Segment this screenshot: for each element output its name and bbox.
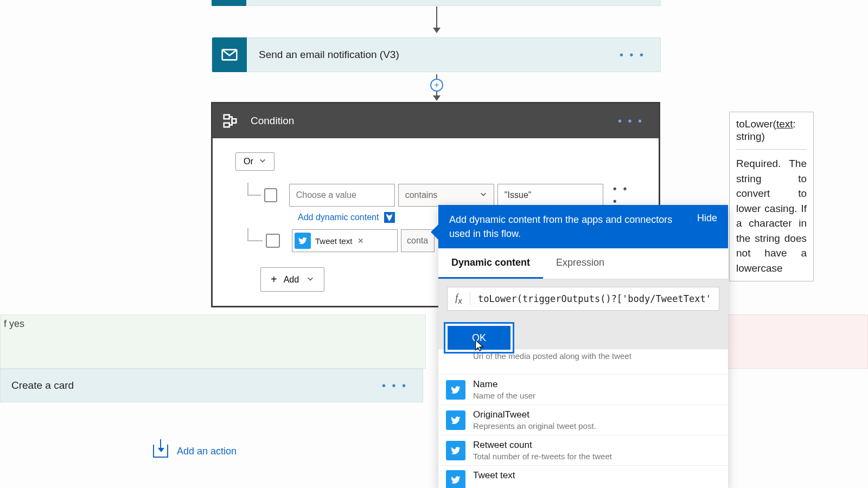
dynamic-items-list[interactable]: Url of the media posted along with the t…	[438, 349, 728, 488]
email-step-title: Send an email notification (V3)	[259, 49, 620, 61]
connector-arrow	[436, 7, 437, 33]
fx-icon: fx	[448, 292, 470, 305]
hide-button[interactable]: Hide	[697, 213, 717, 224]
insert-step-button[interactable]: +	[430, 79, 443, 92]
email-step-menu[interactable]: • • •	[620, 49, 645, 61]
lightning-icon: ⮟	[384, 212, 395, 223]
expression-input[interactable]: fx toLower(triggerOutputs()?['body/Tweet…	[447, 287, 719, 311]
twitter-icon	[446, 470, 465, 488]
row-checkbox[interactable]	[266, 234, 280, 248]
remove-token-button[interactable]: ✕	[358, 236, 364, 245]
operator-label-partial: conta	[407, 236, 428, 246]
add-condition-button[interactable]: + Add	[260, 267, 324, 292]
tooltip-description: Required. The string to convert to lower…	[736, 156, 807, 275]
email-step-card[interactable]: Send an email notification (V3) • • •	[212, 37, 661, 72]
add-action-icon	[153, 445, 168, 458]
tab-dynamic-content[interactable]: Dynamic content	[438, 248, 543, 279]
list-item[interactable]: Name Name of the user	[438, 375, 728, 405]
create-card-menu[interactable]: • • •	[382, 380, 407, 392]
tooltip-signature: toLower(text: string)	[736, 118, 807, 150]
expression-text: toLower(triggerOutputs()?['body/TweetTex…	[470, 293, 719, 304]
choose-value-input[interactable]	[289, 184, 395, 207]
if-yes-label: f yes	[4, 318, 24, 330]
condition-header[interactable]: Condition • • •	[213, 104, 659, 138]
tree-branch-line	[247, 195, 261, 196]
list-item[interactable]: Retweet count Total number of re-tweets …	[438, 435, 728, 466]
svg-rect-2	[224, 123, 229, 127]
function-tooltip: toLower(text: string) Required. The stri…	[729, 112, 814, 281]
operator-label: contains	[405, 190, 438, 200]
tab-expression[interactable]: Expression	[543, 248, 617, 279]
add-button-label: Add	[284, 275, 299, 285]
row-checkbox[interactable]	[264, 188, 277, 202]
ok-button[interactable]: OK	[448, 326, 510, 350]
add-action-label: Add an action	[177, 446, 237, 457]
list-item[interactable]: Tweet text	[438, 466, 728, 488]
panel-header: Add dynamic content from the apps and co…	[438, 205, 728, 248]
item-desc: Total number of re-tweets for the tweet	[473, 452, 612, 461]
twitter-icon	[446, 441, 465, 460]
create-card-title: Create a card	[11, 380, 382, 391]
panel-tabs: Dynamic content Expression	[438, 248, 728, 279]
previous-step-icon-block	[212, 0, 246, 6]
item-title: OriginalTweet	[473, 409, 596, 420]
flow-canvas: Send an email notification (V3) • • • + …	[0, 0, 868, 488]
group-operator-label: Or	[244, 157, 253, 166]
item-desc: Represents an original tweet post.	[473, 421, 596, 431]
tweet-text-token[interactable]: Tweet text ✕	[295, 233, 364, 249]
tree-branch-line	[247, 240, 263, 241]
previous-step-card[interactable]	[212, 0, 661, 6]
plus-icon: +	[271, 273, 277, 286]
svg-rect-1	[224, 115, 229, 119]
if-yes-branch: f yes	[0, 314, 426, 369]
item-title: Name	[473, 379, 535, 390]
ok-button-highlight: OK	[444, 322, 514, 354]
sig-arg: text	[776, 118, 793, 130]
item-title: Tweet text	[473, 470, 515, 481]
add-dynamic-content-label: Add dynamic content	[298, 213, 379, 222]
mail-icon	[212, 37, 247, 72]
item-desc: Name of the user	[473, 391, 535, 400]
compare-value-input[interactable]	[497, 184, 603, 207]
item-title: Retweet count	[473, 440, 612, 451]
row-menu[interactable]: • • •	[613, 183, 636, 208]
add-dynamic-content-link[interactable]: Add dynamic content ⮟	[298, 212, 395, 223]
condition-menu[interactable]: • • •	[618, 115, 643, 127]
sig-pre: toLower(	[736, 118, 776, 130]
twitter-icon	[446, 410, 465, 430]
condition-icon	[213, 104, 247, 138]
list-item[interactable]: OriginalTweet Represents an original twe…	[438, 405, 728, 435]
value-token-input[interactable]: Tweet text ✕	[292, 229, 398, 252]
panel-pointer	[431, 224, 438, 240]
operator-select[interactable]: conta	[401, 229, 435, 252]
chevron-down-icon	[259, 157, 266, 166]
twitter-icon	[446, 380, 465, 400]
create-card-step[interactable]: Create a card • • •	[0, 369, 423, 402]
panel-header-text: Add dynamic content from the apps and co…	[449, 213, 687, 241]
condition-title: Condition	[251, 115, 618, 127]
add-action-button[interactable]: Add an action	[153, 445, 237, 458]
operator-select[interactable]: contains	[398, 184, 494, 207]
chevron-down-icon	[307, 275, 314, 285]
condition-row: contains • • •	[247, 183, 636, 208]
twitter-icon	[295, 233, 311, 249]
group-operator-select[interactable]: Or	[235, 152, 275, 171]
chevron-down-icon	[480, 190, 487, 200]
token-label: Tweet text	[315, 236, 352, 246]
